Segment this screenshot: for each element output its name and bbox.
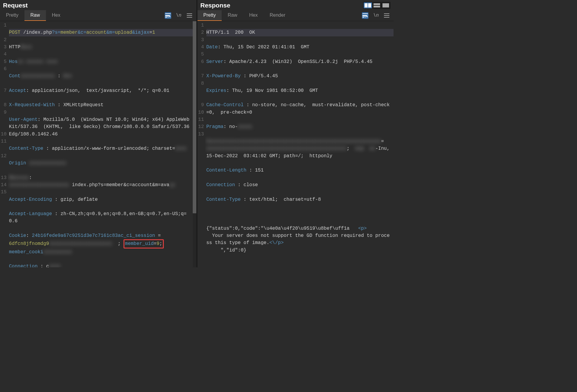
member-uid-highlight: member_uid=9; <box>124 239 164 248</box>
request-scrollbar[interactable] <box>193 21 196 267</box>
newline-toggle-icon[interactable]: \n <box>175 12 182 19</box>
request-title: Request <box>3 2 28 9</box>
response-tabs: Pretty Raw Hex Render <box>198 10 291 21</box>
layout-single-icon[interactable] <box>382 2 390 8</box>
request-pane: Request Pretty Raw Hex \n 1 23456 7 89 <box>0 0 196 267</box>
layout-split-horizontal-icon[interactable] <box>373 2 381 8</box>
menu-icon[interactable] <box>186 12 193 19</box>
response-code[interactable]: HTTP/1.1 200 OK Date: Thu, 15 Dec 2022 0… <box>205 21 394 267</box>
tab-hex[interactable]: Hex <box>46 10 66 21</box>
tab-render-resp[interactable]: Render <box>264 10 291 21</box>
svg-rect-1 <box>368 3 371 7</box>
layout-toggles <box>363 2 391 9</box>
menu-icon-resp[interactable] <box>383 12 390 19</box>
tab-raw-resp[interactable]: Raw <box>222 10 243 21</box>
svg-rect-2 <box>374 3 380 5</box>
tab-pretty-resp[interactable]: Pretty <box>198 10 222 21</box>
request-tabs: Pretty Raw Hex <box>0 10 66 21</box>
response-title: Response <box>200 2 230 9</box>
request-code[interactable]: POST /index.php?s=member&c=account&m=upl… <box>8 21 193 267</box>
request-gutter: 1 23456 7 89 1011 12 131415 <box>0 21 8 267</box>
tab-pretty[interactable]: Pretty <box>0 10 24 21</box>
svg-rect-4 <box>382 3 389 7</box>
tab-hex-resp[interactable]: Hex <box>243 10 263 21</box>
response-gutter: 123456 78 910111213 <box>198 21 205 267</box>
response-pane: Response Pretty Raw Hex Render <box>198 0 394 267</box>
svg-rect-0 <box>365 3 368 7</box>
wrap-toggle-icon[interactable] <box>165 12 171 19</box>
newline-toggle-icon-resp[interactable]: \n <box>373 12 379 19</box>
layout-split-vertical-icon[interactable] <box>364 2 372 8</box>
svg-rect-3 <box>374 6 380 7</box>
tab-raw[interactable]: Raw <box>24 10 46 21</box>
wrap-toggle-icon-resp[interactable] <box>362 12 368 19</box>
